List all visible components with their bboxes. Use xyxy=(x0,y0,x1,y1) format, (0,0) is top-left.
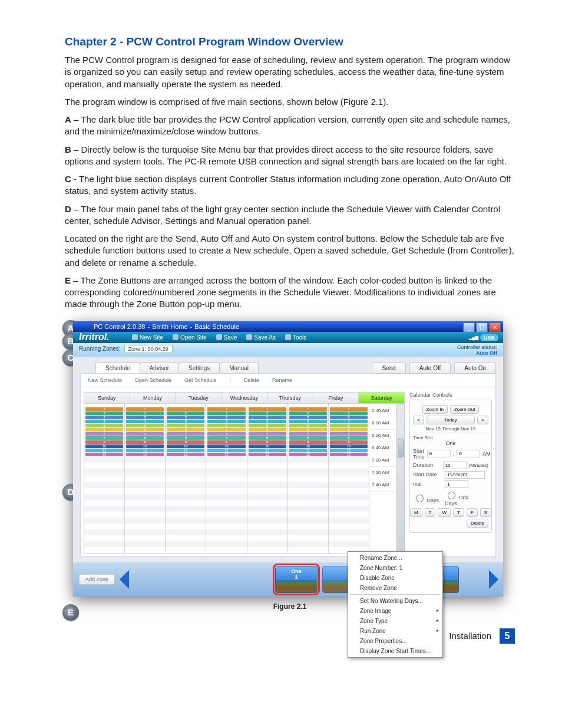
schedule-viewer: Sunday Monday Tuesday Wednesday Thursday… xyxy=(80,387,496,556)
start-min-input[interactable] xyxy=(457,450,480,457)
usb-badge: USB xyxy=(480,334,498,341)
ctx-no-watering[interactable]: Set No Watering Days... xyxy=(348,596,442,606)
day-s[interactable]: S xyxy=(480,508,491,517)
slot-delete-button[interactable]: Delete xyxy=(467,519,488,528)
time-slot: 6:20 AM xyxy=(369,430,396,442)
chapter-number: Chapter 2 xyxy=(65,35,117,48)
calendar-day-header: Sunday Monday Tuesday Wednesday Thursday… xyxy=(84,392,405,404)
interval-label: rval xyxy=(413,481,442,487)
calendar-cell-empty[interactable] xyxy=(124,476,166,554)
time-column: 5:40 AM 6:00 AM 6:20 AM 6:40 AM 7:00 AM … xyxy=(369,404,396,554)
tab-settings[interactable]: Settings xyxy=(178,363,220,373)
today-button[interactable]: Today xyxy=(427,416,475,424)
date-range: Nov 13 Through Nov 19 xyxy=(413,426,488,431)
menu-open-site[interactable]: Open Site xyxy=(173,334,206,341)
odd-days-radio[interactable] xyxy=(448,492,455,499)
menu-tools[interactable]: Tools xyxy=(285,334,306,341)
ampm-label: AM xyxy=(482,451,491,457)
ctx-display-start-times[interactable]: Display Zone Start Times... xyxy=(348,646,442,656)
calendar-cell[interactable]: 123456789101112 xyxy=(287,403,329,476)
page-footer: PCW Control ◆ Installation 5 xyxy=(65,628,515,644)
ctx-rename-zone[interactable]: Rename Zone... xyxy=(348,553,442,563)
send-button[interactable]: Send xyxy=(372,363,405,374)
day-wednesday[interactable]: Wednesday xyxy=(221,392,267,404)
calendar-cell-empty[interactable] xyxy=(247,476,288,554)
menu-new-site[interactable]: New Site xyxy=(132,334,163,341)
tab-schedule[interactable]: Schedule xyxy=(95,363,140,373)
scrollbar-thumb[interactable] xyxy=(398,439,404,457)
menu-save-as[interactable]: Save As xyxy=(246,334,276,341)
footer-section: Installation xyxy=(449,631,491,641)
start-date-input[interactable] xyxy=(445,471,485,479)
calendar-cell[interactable]: 123456789101112 xyxy=(328,403,369,476)
days-radio[interactable] xyxy=(416,495,424,502)
day-w[interactable]: W xyxy=(438,508,451,517)
time-slot: 6:40 AM xyxy=(369,442,396,454)
day-saturday[interactable]: Saturday xyxy=(358,392,405,404)
figure-caption: Figure 2.1 xyxy=(65,602,515,611)
chapter-heading: Chapter 2 - PCW Control Program Window O… xyxy=(65,35,515,48)
ctx-run-zone[interactable]: Run Zone xyxy=(348,626,442,636)
day-th[interactable]: T xyxy=(453,508,464,517)
get-schedule-button[interactable]: Get Schedule xyxy=(181,376,220,384)
intro-paragraph-1: The PCW Control program is designed for … xyxy=(65,54,515,90)
intro-paragraph-2: The program window is comprised of five … xyxy=(65,96,515,108)
day-friday[interactable]: Friday xyxy=(313,392,359,404)
menu-save[interactable]: Save xyxy=(216,334,237,341)
figure-2-1-window: A B C D E PC Control 2.0.38 - Smith Home… xyxy=(73,321,503,597)
zone-nav-right-icon[interactable] xyxy=(489,570,498,589)
calendar-cell[interactable]: 123456789101112 xyxy=(124,403,166,476)
calendar-cell[interactable]: 123456789101112 xyxy=(84,403,125,476)
ctx-zone-type[interactable]: Zone Type xyxy=(348,616,442,626)
section-b-desc: B – Directly below is the turquoise Site… xyxy=(65,144,515,168)
zoom-out-button[interactable]: Zoom Out xyxy=(450,405,480,414)
day-tuesday[interactable]: Tuesday xyxy=(175,392,222,404)
calendar-scrollbar[interactable] xyxy=(396,404,405,554)
add-zone-button[interactable]: Add Zone xyxy=(79,574,115,585)
open-schedule-button[interactable]: Open Schedule xyxy=(131,376,175,384)
calendar-cell-empty[interactable] xyxy=(206,476,247,554)
auto-off-button[interactable]: Auto Off xyxy=(409,363,451,374)
site-menu-bar: Irritrol. New Site Open Site Save Save A… xyxy=(73,332,503,343)
section-d-desc: D – The four main panel tabs of the ligh… xyxy=(65,203,515,228)
zone-nav-left-icon[interactable] xyxy=(120,570,129,589)
day-thursday[interactable]: Thursday xyxy=(267,392,313,404)
next-week-button[interactable]: > xyxy=(477,416,488,424)
day-sunday[interactable]: Sunday xyxy=(84,392,130,404)
duration-label: Duration xyxy=(413,462,441,468)
day-m[interactable]: M xyxy=(410,508,422,517)
delete-schedule-button[interactable]: Delete xyxy=(240,376,263,384)
center-panel: Send Auto Off Auto On Schedule Advisor S… xyxy=(73,357,503,562)
ctx-zone-properties[interactable]: Zone Properties... xyxy=(348,636,442,646)
prev-week-button[interactable]: < xyxy=(413,416,424,424)
day-f[interactable]: F xyxy=(467,508,478,517)
duration-input[interactable] xyxy=(443,462,467,469)
calendar-cell-empty[interactable] xyxy=(165,476,206,554)
auto-on-button[interactable]: Auto On xyxy=(454,363,496,374)
calendar-cell[interactable]: 123456789101112 xyxy=(165,403,206,476)
title-sep1: - xyxy=(147,323,150,330)
day-t[interactable]: T xyxy=(425,508,436,517)
zoom-in-button[interactable]: Zoom In xyxy=(422,405,448,414)
ctx-remove-zone[interactable]: Remove Zone xyxy=(348,583,442,593)
calendar-cell-empty[interactable] xyxy=(328,476,369,554)
calendar-cell-empty[interactable] xyxy=(287,476,329,554)
time-slot: 7:40 AM xyxy=(369,479,396,492)
zone-button-1[interactable]: One 1 xyxy=(275,566,318,593)
calendar-cell[interactable]: 123456789101112 xyxy=(206,403,247,476)
new-schedule-button[interactable]: New Schedule xyxy=(84,376,125,384)
tab-manual[interactable]: Manual xyxy=(219,363,259,373)
time-slot: 5:40 AM xyxy=(369,405,396,417)
tab-advisor[interactable]: Advisor xyxy=(140,363,179,373)
rename-schedule-button[interactable]: Rename xyxy=(269,376,296,384)
interval-input[interactable] xyxy=(445,480,468,488)
zone-number: 1 xyxy=(276,574,317,580)
start-hour-input[interactable] xyxy=(427,450,451,457)
ctx-zone-image[interactable]: Zone Image xyxy=(348,606,442,616)
calendar-cell[interactable]: 123456789101112 xyxy=(247,403,288,476)
heading-sep: - xyxy=(117,35,127,48)
day-monday[interactable]: Monday xyxy=(130,392,176,404)
ctx-disable-zone[interactable]: Disable Zone xyxy=(348,573,442,583)
controller-status-bar: Running Zones: Zone 1: 00:04:29 Controll… xyxy=(73,343,503,357)
calendar-cell-empty[interactable] xyxy=(84,476,125,554)
